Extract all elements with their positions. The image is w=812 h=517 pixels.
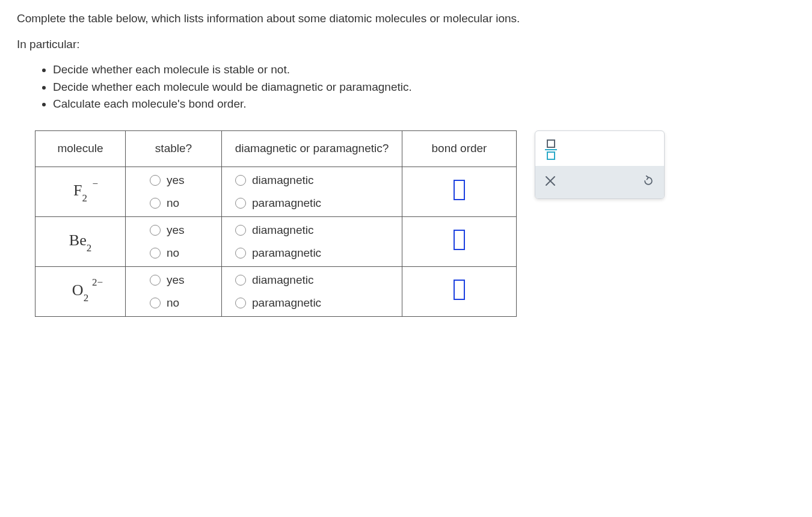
paramagnetic-radio[interactable]: paramagnetic <box>235 197 321 210</box>
clear-button[interactable] <box>545 174 556 190</box>
fraction-top-icon <box>547 139 555 148</box>
stable-no-radio[interactable]: no <box>150 296 179 310</box>
stable-no-radio[interactable]: no <box>150 246 179 260</box>
table-row: F2− yes no diamagnetic paramagnetic <box>35 167 517 216</box>
diamagnetic-radio[interactable]: diamagnetic <box>235 174 313 187</box>
table-row: Be2 yes no diamagnetic paramagnetic <box>35 216 517 266</box>
radio-icon <box>235 275 246 286</box>
bullet-item: Calculate each molecule's bond order. <box>53 96 795 112</box>
radio-icon <box>150 175 161 186</box>
radio-icon <box>150 198 161 209</box>
stable-yes-radio[interactable]: yes <box>150 174 185 187</box>
paramagnetic-radio[interactable]: paramagnetic <box>235 246 321 260</box>
diamagnetic-radio[interactable]: diamagnetic <box>235 274 313 287</box>
radio-icon <box>235 198 246 209</box>
table-row: O22− yes no diamagnetic paramagnetic <box>35 266 517 316</box>
radio-icon <box>235 225 246 236</box>
molecule-formula: Be2 <box>66 231 95 252</box>
stable-yes-radio[interactable]: yes <box>150 224 185 237</box>
stable-no-radio[interactable]: no <box>150 197 179 210</box>
header-bond-order: bond order <box>402 130 517 167</box>
bond-order-input[interactable] <box>454 180 465 200</box>
diamagnetic-radio[interactable]: diamagnetic <box>235 224 313 237</box>
radio-icon <box>150 248 161 258</box>
close-icon <box>545 176 556 186</box>
instruction-line-2: In particular: <box>17 37 795 53</box>
reset-button[interactable] <box>642 175 654 190</box>
radio-icon <box>235 175 246 186</box>
molecule-table: molecule stable? diamagnetic or paramagn… <box>35 130 517 317</box>
bond-order-input[interactable] <box>454 230 465 250</box>
stable-yes-radio[interactable]: yes <box>150 274 185 287</box>
radio-icon <box>235 298 246 308</box>
molecule-formula: O22− <box>69 281 92 302</box>
header-stable: stable? <box>126 130 222 167</box>
fraction-tool-button[interactable] <box>545 139 557 161</box>
radio-icon <box>150 275 161 286</box>
header-magnetic: diamagnetic or paramagnetic? <box>222 130 402 167</box>
molecule-formula: F2− <box>70 182 91 202</box>
bullet-item: Decide whether each molecule would be di… <box>53 79 795 96</box>
instruction-line-1: Complete the table below, which lists in… <box>17 11 795 27</box>
bullet-item: Decide whether each molecule is stable o… <box>53 62 795 78</box>
fraction-bottom-icon <box>547 151 555 160</box>
radio-icon <box>235 248 246 258</box>
undo-icon <box>642 175 654 187</box>
bond-order-input[interactable] <box>454 280 465 300</box>
instruction-bullets: Decide whether each molecule is stable o… <box>53 62 795 112</box>
header-molecule: molecule <box>35 130 126 167</box>
radio-icon <box>150 225 161 236</box>
answer-toolbox <box>535 130 665 200</box>
fraction-bar-icon <box>545 149 557 151</box>
paramagnetic-radio[interactable]: paramagnetic <box>235 296 321 310</box>
radio-icon <box>150 298 161 308</box>
